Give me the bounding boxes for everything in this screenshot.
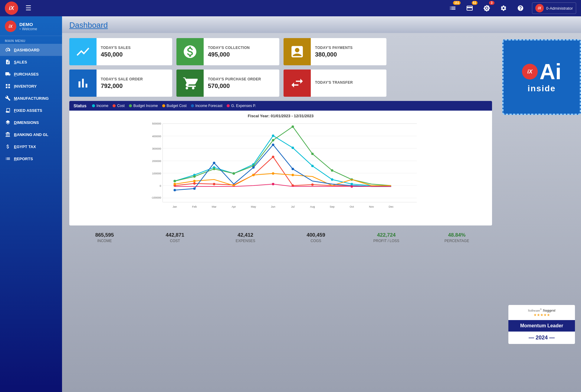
kpi-sale-order-info: TODAY'S SALE ORDER 792,000 [97, 70, 172, 97]
kpi-sales[interactable]: TODAY'S SALES 450,000 [69, 38, 172, 65]
svg-point-60 [272, 172, 274, 175]
legend-budget-cost: Budget Cost [162, 104, 187, 108]
kpi-sale-order-value: 792,000 [101, 83, 168, 89]
svg-text:Feb: Feb [192, 205, 197, 208]
sidebar-item-purchases-label: PURCHASES [14, 72, 39, 76]
legend-g-expenses-label: G. Expenses P. [231, 104, 256, 108]
g-expenses-dot [227, 104, 230, 107]
kpi-collection-info: TODAY'S COLLECTION 495,000 [204, 38, 279, 65]
svg-point-69 [351, 185, 353, 188]
sidebar-item-sales[interactable]: SALES [0, 56, 62, 68]
budget-income-dot [129, 104, 132, 107]
sidebar-item-purchases[interactable]: PURCHASES [0, 68, 62, 80]
svg-point-64 [213, 162, 215, 164]
svg-point-61 [292, 174, 294, 176]
sidebar-item-dashboard[interactable]: DASHBOARD [0, 44, 62, 56]
svg-point-65 [252, 166, 255, 169]
hex-top-info: Software® Suggest ★★★★★ [508, 305, 575, 320]
svg-point-46 [174, 180, 176, 182]
svg-text:Jan: Jan [172, 205, 177, 208]
legend-g-expenses: G. Expenses P. [227, 104, 256, 108]
bank-icon [5, 131, 11, 138]
kpi-sales-value: 450,000 [101, 51, 168, 58]
admin-icon: iX [535, 4, 544, 12]
svg-point-57 [193, 180, 196, 182]
list-badge: 151 [453, 1, 461, 5]
kpi-collection[interactable]: TODAY'S COLLECTION 495,000 [176, 38, 279, 65]
kpi-payments[interactable]: TODAY'S PAYMENTS 380,000 [284, 38, 386, 65]
kpi-sales-label: TODAY'S SALES [101, 46, 168, 50]
sidebar-item-sales-label: SALES [14, 60, 27, 64]
ai-badge-sub: inside [528, 84, 556, 93]
svg-text:300000: 300000 [152, 147, 161, 150]
legend-cost: Cost [113, 104, 125, 108]
momentum-year-band: — 2024 — [508, 332, 575, 344]
main-content: Dashboard TODAY'S SALES 450,000 [62, 16, 581, 392]
kpi-collection-label: TODAY'S COLLECTION [208, 46, 275, 50]
svg-point-59 [252, 174, 255, 176]
svg-point-63 [193, 187, 196, 190]
sidebar-item-inventory-label: INVENTORY [14, 84, 37, 89]
svg-point-39 [193, 182, 196, 185]
svg-text:Aug: Aug [310, 205, 315, 208]
ai-badge: iX Ai inside [502, 39, 581, 115]
kpi-transfer[interactable]: TODAY'S TRANSFER [284, 70, 386, 97]
kpi-purchase-order[interactable]: TODAY'S PURCHASE ORDER 570,000 [176, 70, 279, 97]
kpi-transfer-label: TODAY'S TRANSFER [315, 80, 382, 85]
settings-button[interactable]: 3 [481, 3, 492, 14]
gear-button[interactable] [498, 3, 509, 14]
svg-point-53 [311, 153, 314, 155]
summary-cogs-label: COGS [281, 239, 351, 243]
sidebar-item-dimensions[interactable]: DIMENSIONS [0, 116, 62, 128]
svg-text:Jul: Jul [291, 205, 295, 208]
ai-badge-text: Ai [540, 61, 561, 83]
chart-section: Status Income Cost Budget Income [69, 101, 492, 225]
summary-profit-label: PROFIT / LOSS [351, 239, 422, 243]
profile-info: DEMO Welcome [19, 22, 37, 31]
collection-icon-box [176, 38, 204, 65]
sidebar-item-manufacturing[interactable]: MANUFACTURING [0, 92, 62, 104]
notifications-list-button[interactable]: 151 [447, 3, 458, 14]
kpi-purchase-order-value: 570,000 [208, 83, 275, 89]
fiscal-year-label: Fiscal Year: 01/01/2023 - 12/31/2023 [74, 114, 487, 118]
sidebar-item-reports[interactable]: REPORTS [0, 153, 62, 165]
sidebar-item-inventory[interactable]: INVENTORY [0, 80, 62, 92]
summary-expenses-label: EXPENSES [210, 239, 281, 243]
sidebar-item-banking[interactable]: BANKING AND GL [0, 128, 62, 141]
legend-budget-income-label: Budget Income [133, 104, 158, 108]
svg-point-62 [174, 189, 176, 191]
admin-button[interactable]: iX 0-Administrator [532, 2, 576, 14]
card-badge: 51 [472, 1, 478, 5]
layers-icon [5, 119, 11, 125]
svg-text:400000: 400000 [152, 135, 161, 138]
notifications-card-button[interactable]: 51 [464, 3, 475, 14]
svg-text:May: May [251, 205, 256, 208]
kpi-row-1: TODAY'S SALES 450,000 TODAY'S COLLECTION… [69, 38, 574, 65]
svg-text:500000: 500000 [152, 122, 161, 125]
receipt-icon [5, 107, 11, 113]
svg-point-37 [351, 183, 353, 185]
legend-budget-cost-label: Budget Cost [167, 104, 187, 108]
sidebar-item-fixed-assets-label: FIXED ASSETS [14, 108, 42, 113]
grid-icon [5, 83, 11, 89]
page-title: Dashboard [69, 21, 574, 30]
summary-income: 865,595 INCOME [69, 232, 140, 243]
svg-point-33 [272, 134, 274, 137]
sidebar-item-fixed-assets[interactable]: FIXED ASSETS [0, 104, 62, 116]
sidebar-item-egypt-tax-label: EGYPT TAX [14, 144, 36, 149]
payments-icon-box [284, 38, 311, 65]
kpi-payments-label: TODAY'S PAYMENTS [315, 46, 382, 50]
kpi-sale-order[interactable]: TODAY'S SALE ORDER 792,000 [69, 70, 172, 97]
summary-income-value: 865,595 [69, 232, 140, 238]
svg-point-45 [311, 183, 314, 186]
help-button[interactable] [515, 3, 526, 14]
profile-name: DEMO [19, 22, 37, 27]
svg-text:200000: 200000 [152, 160, 161, 163]
sale-order-icon-box [69, 70, 97, 97]
momentum-badge: Software® Suggest ★★★★★ Momentum Leader … [502, 305, 581, 344]
summary-cost-value: 442,871 [140, 232, 210, 238]
sidebar-item-egypt-tax[interactable]: EGYPT TAX [0, 141, 62, 153]
svg-point-40 [213, 183, 215, 185]
summary-expenses: 42,412 EXPENSES [210, 232, 281, 243]
hamburger-button[interactable]: ☰ [25, 4, 31, 12]
